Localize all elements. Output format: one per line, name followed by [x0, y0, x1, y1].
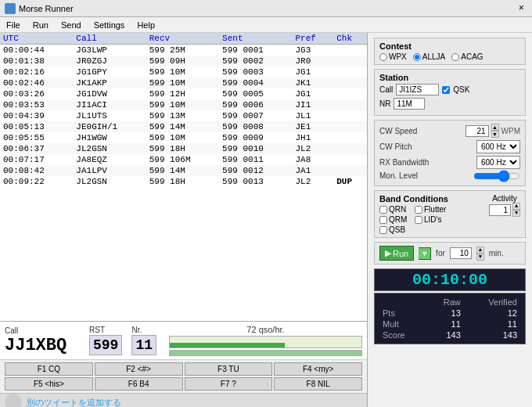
cw-speed-up[interactable]: ▲ [491, 124, 499, 131]
avatar-area: 別のツイートを追加する [0, 393, 367, 407]
run-button[interactable]: ▶ Run [379, 246, 414, 261]
table-cell: JG1DVW [73, 88, 146, 99]
log-table-container[interactable]: UTC Call Recv Sent Pref Chk 00:00:44JG3L… [0, 33, 367, 321]
table-cell: 00:04:39 [0, 110, 73, 121]
menu-send[interactable]: Send [58, 20, 84, 31]
f1-cq-button[interactable]: F1 CQ [5, 362, 93, 376]
qsk-checkbox[interactable] [442, 86, 450, 94]
tweet-text[interactable]: 別のツイートを追加する [27, 397, 121, 408]
f8-nil-button[interactable]: F8 NIL [274, 377, 362, 391]
contest-wpx-label: WPX [389, 52, 407, 61]
activity-down[interactable]: ▼ [512, 210, 520, 217]
band-section: Band Conditions QRN Flutter QRM [374, 190, 526, 238]
score-row: Mult1111 [379, 319, 520, 330]
contest-wpx-radio[interactable] [379, 53, 387, 61]
menu-file[interactable]: File [3, 20, 23, 31]
table-cell: JH1WGW [73, 132, 146, 143]
table-cell: 599 10M [146, 77, 219, 88]
table-cell: 599 0001 [219, 45, 292, 56]
contest-allja-radio[interactable] [413, 53, 421, 61]
qrm-checkbox[interactable] [379, 216, 387, 224]
col-header-sent[interactable]: Sent [219, 33, 292, 45]
run-section: ▶ Run ▼ for ▲ ▼ min. [374, 242, 526, 265]
app-icon [5, 3, 16, 14]
for-spinner[interactable]: ▲ ▼ [476, 247, 484, 261]
flutter-check-item[interactable]: Flutter [415, 205, 448, 214]
qrn-checkbox[interactable] [379, 206, 387, 214]
call-field-input[interactable] [396, 84, 439, 95]
table-cell: JH1 [292, 132, 333, 143]
title-text: Morse Runner [5, 3, 74, 14]
activity-spinner[interactable]: ▲ ▼ [512, 203, 520, 217]
contest-wpx[interactable]: WPX [379, 52, 407, 61]
cw-speed-input[interactable] [466, 125, 489, 137]
score-table-container: Raw Verified Pts1312Mult1111Score143143 [374, 293, 526, 344]
col-header-utc[interactable]: UTC [0, 33, 73, 45]
cw-pitch-label: CW Pitch [379, 142, 412, 151]
f3-tu-button[interactable]: F3 TU [185, 362, 273, 376]
table-cell: JI1ACI [73, 99, 146, 110]
table-cell: 00:00:44 [0, 45, 73, 56]
cw-speed-down[interactable]: ▼ [491, 131, 499, 138]
contest-acag-radio[interactable] [451, 53, 459, 61]
activity-up[interactable]: ▲ [512, 203, 520, 210]
nr-field-input[interactable] [394, 98, 425, 110]
mon-level-slider[interactable] [473, 172, 520, 180]
log-tbody: 00:00:44JG3LWP599 25M599 0001JG300:01:38… [0, 45, 367, 188]
flutter-checkbox[interactable] [415, 206, 422, 214]
menu-help[interactable]: Help [134, 20, 158, 31]
table-cell: 599 25M [146, 45, 219, 56]
table-row: 00:05:55JH1WGW599 10M599 0009JH1 [0, 132, 367, 143]
table-cell: JR0ZGJ [73, 56, 146, 67]
score-raw: 11 [426, 319, 463, 330]
f6-b4-button[interactable]: F6 B4 [95, 377, 183, 391]
nr-display: 11 [131, 335, 156, 355]
for-down[interactable]: ▼ [476, 254, 484, 261]
flutter-label: Flutter [424, 205, 446, 214]
rx-bw-select[interactable]: 600 Hz 400 Hz 800 Hz [476, 156, 520, 169]
col-header-chk[interactable]: Chk [333, 33, 367, 45]
lids-check-item[interactable]: LID's [415, 215, 448, 224]
table-cell: DUP [333, 176, 367, 187]
close-button[interactable]: × [516, 3, 527, 14]
play-icon: ▶ [385, 248, 391, 258]
qrn-check-item[interactable]: QRN [379, 205, 413, 214]
f7-q-button[interactable]: F7 ? [185, 377, 273, 391]
for-up[interactable]: ▲ [476, 247, 484, 254]
morse-green-bar [170, 343, 285, 348]
menu-run[interactable]: Run [30, 20, 52, 31]
table-cell: JK1AKP [73, 77, 146, 88]
menu-settings[interactable]: Settings [91, 20, 128, 31]
activity-input[interactable] [489, 204, 511, 216]
col-header-pref[interactable]: Pref [292, 33, 333, 45]
lids-checkbox[interactable] [415, 216, 422, 224]
cw-speed-spinner[interactable]: ▲ ▼ [491, 124, 499, 138]
score-raw: 13 [426, 308, 463, 319]
score-verified: 143 [464, 330, 520, 340]
col-header-call[interactable]: Call [73, 33, 146, 45]
table-cell: JA1 [292, 165, 333, 176]
f2-hash-button[interactable]: F2 <#> [95, 362, 183, 376]
table-cell: JL1 [292, 110, 333, 121]
f5-his-button[interactable]: F5 <his> [5, 377, 93, 391]
table-cell: 599 0002 [219, 56, 292, 67]
qsb-check-item[interactable]: QSB [379, 225, 413, 234]
for-value-input[interactable] [450, 247, 472, 259]
qsb-checkbox[interactable] [379, 226, 387, 234]
band-conditions-label: Band Conditions [379, 194, 448, 204]
qrm-check-item[interactable]: QRM [379, 215, 413, 224]
score-col-raw: Raw [426, 297, 463, 308]
table-cell: 599 0012 [219, 165, 292, 176]
cw-pitch-row: CW Pitch 600 Hz 700 Hz 800 Hz [379, 140, 520, 153]
contest-acag[interactable]: ACAG [451, 52, 483, 61]
run-dropdown[interactable]: ▼ [419, 247, 431, 260]
table-cell: 599 09H [146, 56, 219, 67]
score-label: Mult [379, 319, 426, 330]
table-cell: 599 10M [146, 99, 219, 110]
table-cell: 599 0008 [219, 121, 292, 132]
col-header-recv[interactable]: Recv [146, 33, 219, 45]
cw-pitch-select[interactable]: 600 Hz 700 Hz 800 Hz [476, 140, 520, 153]
table-cell: 599 0011 [219, 154, 292, 165]
f4-my-button[interactable]: F4 <my> [274, 362, 362, 376]
contest-allja[interactable]: ALLJA [413, 52, 445, 61]
